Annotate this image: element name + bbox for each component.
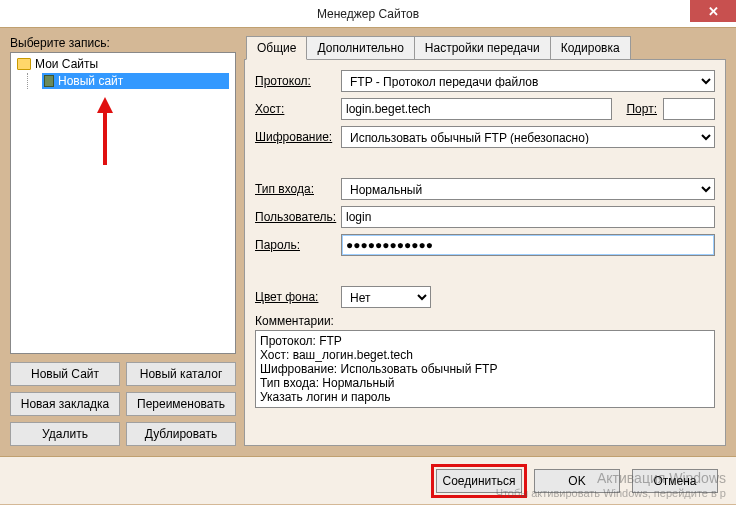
tree-item-new-site[interactable]: Новый сайт bbox=[42, 73, 229, 89]
port-label: Порт: bbox=[626, 102, 657, 116]
new-site-button[interactable]: Новый Сайт bbox=[10, 362, 120, 386]
new-bookmark-button[interactable]: Новая закладка bbox=[10, 392, 120, 416]
tree-root-label: Мои Сайты bbox=[35, 57, 98, 71]
comments-label: Комментарии: bbox=[255, 314, 715, 328]
tab-charset[interactable]: Кодировка bbox=[550, 36, 631, 59]
user-label: Пользователь: bbox=[255, 210, 335, 224]
ok-button[interactable]: OK bbox=[534, 469, 620, 493]
tree-root[interactable]: Мои Сайты bbox=[17, 57, 229, 71]
annotation-arrow bbox=[93, 97, 117, 167]
password-input[interactable] bbox=[341, 234, 715, 256]
server-icon bbox=[44, 75, 54, 87]
port-input[interactable] bbox=[663, 98, 715, 120]
svg-marker-1 bbox=[97, 97, 113, 113]
host-input[interactable] bbox=[341, 98, 612, 120]
protocol-select[interactable]: FTP - Протокол передачи файлов bbox=[341, 70, 715, 92]
close-icon: ✕ bbox=[708, 4, 719, 19]
duplicate-button[interactable]: Дублировать bbox=[126, 422, 236, 446]
dialog-button-bar: Соединиться OK Отмена bbox=[0, 456, 736, 504]
password-label: Пароль: bbox=[255, 238, 335, 252]
tree-item-label: Новый сайт bbox=[58, 74, 123, 88]
tab-advanced[interactable]: Дополнительно bbox=[306, 36, 414, 59]
tab-transfer[interactable]: Настройки передачи bbox=[414, 36, 551, 59]
protocol-label: Протокол: bbox=[255, 74, 335, 88]
cancel-button[interactable]: Отмена bbox=[632, 469, 718, 493]
tab-general[interactable]: Общие bbox=[246, 36, 307, 60]
new-folder-button[interactable]: Новый каталог bbox=[126, 362, 236, 386]
close-button[interactable]: ✕ bbox=[690, 0, 736, 22]
titlebar: Менеджер Сайтов ✕ bbox=[0, 0, 736, 28]
connect-button[interactable]: Соединиться bbox=[436, 469, 522, 493]
host-label: Хост: bbox=[255, 102, 335, 116]
delete-button[interactable]: Удалить bbox=[10, 422, 120, 446]
rename-button[interactable]: Переименовать bbox=[126, 392, 236, 416]
tab-strip: Общие Дополнительно Настройки передачи К… bbox=[246, 36, 726, 59]
logon-type-label: Тип входа: bbox=[255, 182, 335, 196]
bgcolor-label: Цвет фона: bbox=[255, 290, 335, 304]
logon-type-select[interactable]: Нормальный bbox=[341, 178, 715, 200]
folder-icon bbox=[17, 58, 31, 70]
sites-tree[interactable]: Мои Сайты Новый сайт bbox=[10, 52, 236, 354]
user-input[interactable] bbox=[341, 206, 715, 228]
encryption-select[interactable]: Использовать обычный FTP (небезопасно) bbox=[341, 126, 715, 148]
bgcolor-select[interactable]: Нет bbox=[341, 286, 431, 308]
encryption-label: Шифрование: bbox=[255, 130, 335, 144]
select-entry-label: Выберите запись: bbox=[10, 36, 236, 50]
window-title: Менеджер Сайтов bbox=[317, 7, 419, 21]
comments-textarea[interactable] bbox=[255, 330, 715, 408]
tab-body-general: Протокол: FTP - Протокол передачи файлов… bbox=[244, 59, 726, 446]
